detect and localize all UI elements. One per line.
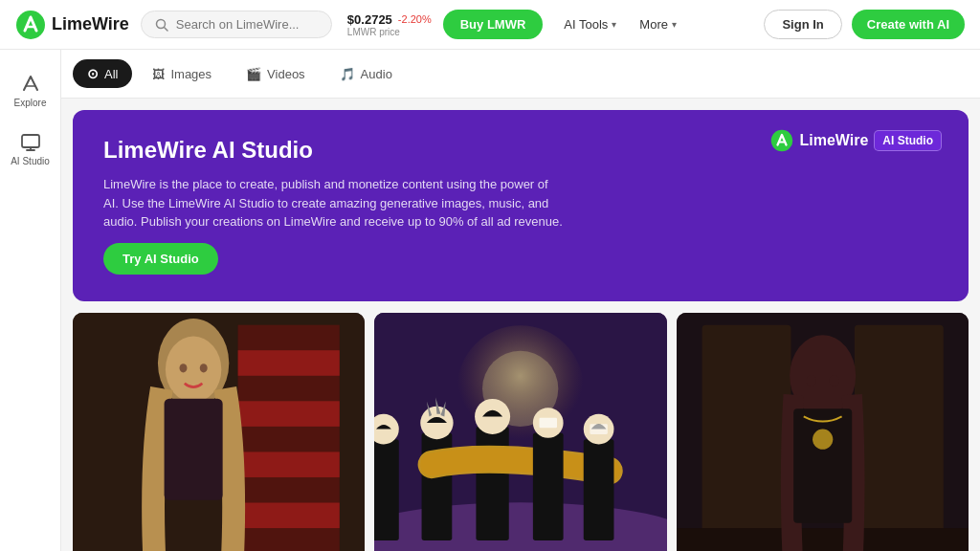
price-label: LMWR price xyxy=(347,27,400,37)
tab-videos[interactable]: 🎬 Videos xyxy=(232,60,320,88)
svg-point-41 xyxy=(813,429,833,449)
explore-icon xyxy=(20,73,41,94)
svg-rect-26 xyxy=(477,426,509,540)
svg-point-16 xyxy=(180,364,188,372)
svg-point-21 xyxy=(374,502,666,551)
svg-rect-10 xyxy=(238,401,340,427)
svg-rect-35 xyxy=(702,324,791,540)
banner-logo-text: LimeWire xyxy=(770,129,868,152)
tab-videos-label: Videos xyxy=(267,67,305,81)
content-tabs: ⊙ All 🖼 Images 🎬 Videos 🎵 Audio xyxy=(61,50,980,99)
main-layout: Explore AI Studio ⊙ All 🖼 Images 🎬 xyxy=(0,50,980,551)
svg-rect-37 xyxy=(677,528,969,551)
svg-rect-40 xyxy=(793,408,852,522)
nav-items: AI Tools ▾ More ▾ xyxy=(554,11,752,37)
header-right: Sign In Create with AI xyxy=(764,10,965,39)
banner-logo: LimeWire AI Studio xyxy=(770,129,942,152)
tab-images-label: Images xyxy=(170,67,212,81)
svg-rect-15 xyxy=(165,398,223,499)
svg-line-2 xyxy=(164,27,167,31)
svg-point-6 xyxy=(771,130,793,152)
content-area: LimeWire AI Studio LimeWire AI Studio Li… xyxy=(61,99,980,551)
svg-rect-36 xyxy=(855,324,944,540)
create-with-ai-button[interactable]: Create with AI xyxy=(852,10,965,39)
svg-point-0 xyxy=(16,11,45,39)
svg-rect-22 xyxy=(374,439,399,540)
tab-images[interactable]: 🖼 Images xyxy=(138,60,226,88)
logo[interactable]: LimeWire xyxy=(15,10,129,40)
image-grid xyxy=(73,313,969,552)
svg-rect-30 xyxy=(584,439,614,540)
videos-tab-icon: 🎬 xyxy=(246,67,261,81)
svg-point-42 xyxy=(806,375,816,386)
svg-rect-28 xyxy=(533,432,564,540)
tab-all-label: All xyxy=(104,67,118,81)
sidebar-item-ai-studio[interactable]: AI Studio xyxy=(4,123,57,174)
images-tab-icon: 🖼 xyxy=(152,67,165,81)
limewire-logo-icon xyxy=(15,10,46,40)
tab-all[interactable]: ⊙ All xyxy=(73,59,132,88)
image-card-3[interactable] xyxy=(677,313,969,552)
nav-more-label: More xyxy=(639,17,668,32)
sidebar-ai-studio-label: AI Studio xyxy=(11,156,50,166)
ai-studio-badge: AI Studio xyxy=(874,130,942,151)
banner-limewire-icon xyxy=(770,129,793,152)
sidebar-item-explore[interactable]: Explore xyxy=(4,65,57,116)
svg-rect-9 xyxy=(238,350,340,376)
price-section: $0.2725 -2.20% LMWR price xyxy=(347,12,432,37)
header: LimeWire $0.2725 -2.20% LMWR price Buy L… xyxy=(0,0,980,50)
banner-limewire-text: LimeWire xyxy=(799,132,868,149)
try-ai-studio-button[interactable]: Try AI Studio xyxy=(103,243,218,275)
logo-text: LimeWire xyxy=(52,14,129,34)
svg-rect-33 xyxy=(590,424,609,434)
more-chevron-icon: ▾ xyxy=(672,19,677,30)
sidebar-explore-label: Explore xyxy=(14,98,47,108)
price-value: $0.2725 xyxy=(347,12,392,27)
search-input[interactable] xyxy=(176,17,310,32)
sign-in-button[interactable]: Sign In xyxy=(764,10,841,39)
price-change: -2.20% xyxy=(398,13,432,25)
ai-tools-chevron-icon: ▾ xyxy=(612,19,616,30)
sidebar: Explore AI Studio xyxy=(0,50,61,551)
main-content: ⊙ All 🖼 Images 🎬 Videos 🎵 Audio xyxy=(61,50,980,551)
svg-point-43 xyxy=(829,375,839,386)
image-card-1[interactable] xyxy=(73,313,365,552)
svg-rect-11 xyxy=(238,452,340,477)
nav-ai-tools-label: AI Tools xyxy=(564,17,608,32)
banner-description: LimeWire is the place to create, publish… xyxy=(103,175,563,231)
all-tab-icon: ⊙ xyxy=(87,66,99,81)
nav-item-more[interactable]: More ▾ xyxy=(630,11,686,37)
buy-lmwr-button[interactable]: Buy LMWR xyxy=(443,10,544,39)
nav-item-ai-tools[interactable]: AI Tools ▾ xyxy=(554,11,626,37)
image-card-2[interactable] xyxy=(374,313,666,552)
search-bar[interactable] xyxy=(141,11,332,38)
svg-rect-32 xyxy=(540,417,558,428)
search-icon xyxy=(155,18,168,32)
svg-rect-12 xyxy=(238,502,340,528)
ai-studio-banner: LimeWire AI Studio LimeWire AI Studio Li… xyxy=(73,110,969,301)
tab-audio[interactable]: 🎵 Audio xyxy=(325,60,407,88)
ai-studio-icon xyxy=(20,131,41,152)
svg-rect-3 xyxy=(22,135,39,147)
svg-point-17 xyxy=(200,364,208,372)
tab-audio-label: Audio xyxy=(361,67,392,81)
audio-tab-icon: 🎵 xyxy=(340,67,355,81)
